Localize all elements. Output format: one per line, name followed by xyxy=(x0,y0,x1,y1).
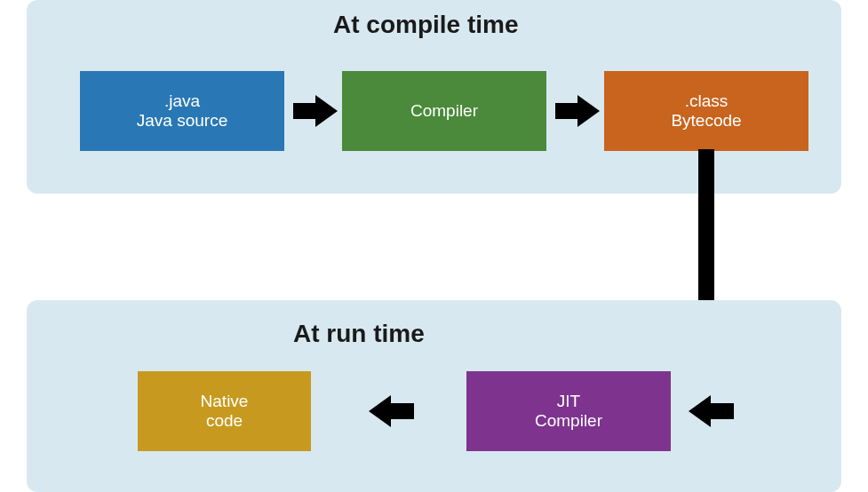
native-line2: code xyxy=(206,411,243,431)
native-code-box: Native code xyxy=(138,371,311,451)
arrow-jit-to-native xyxy=(369,395,391,427)
java-source-box: .java Java source xyxy=(80,71,284,151)
arrow-into-jit xyxy=(689,395,711,427)
arrow-compiler-to-bytecode xyxy=(577,95,600,127)
bytecode-line1: .class xyxy=(685,91,729,111)
run-time-panel: At run time JIT Compiler Native code xyxy=(27,300,841,492)
compile-time-title: At compile time xyxy=(333,11,518,39)
jit-line2: Compiler xyxy=(535,411,602,431)
java-line2: Java source xyxy=(137,111,227,131)
jit-compiler-box: JIT Compiler xyxy=(466,371,671,451)
run-time-title: At run time xyxy=(293,320,425,348)
native-line1: Native xyxy=(201,392,249,411)
compiler-box: Compiler xyxy=(342,71,546,151)
java-line1: .java xyxy=(164,91,200,111)
compiler-label: Compiler xyxy=(410,101,478,121)
arrow-java-to-compiler xyxy=(315,95,338,127)
bytecode-box: .class Bytecode xyxy=(604,71,808,151)
jit-line1: JIT xyxy=(557,392,580,411)
bytecode-line2: Bytecode xyxy=(671,111,741,131)
